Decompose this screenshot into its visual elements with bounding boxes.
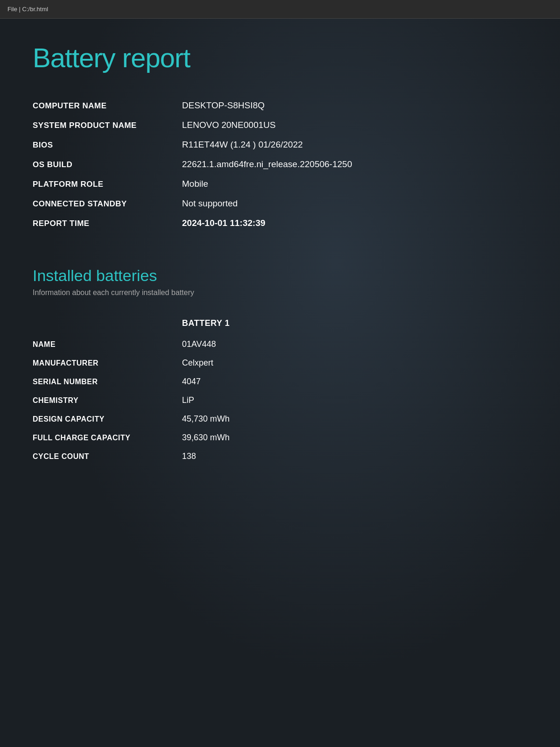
battery-row-label: CHEMISTRY <box>33 395 182 405</box>
info-value: R11ET44W (1.24 ) 01/26/2022 <box>182 140 527 150</box>
battery-row: FULL CHARGE CAPACITY39,630 mWh <box>33 429 527 448</box>
info-value: 22621.1.amd64fre.ni_release.220506-1250 <box>182 159 527 169</box>
battery-row-value: 4047 <box>182 377 201 387</box>
browser-bar-text: File | C:/br.html <box>7 6 48 13</box>
battery-row-value: 39,630 mWh <box>182 433 230 443</box>
info-label: BIOS <box>33 140 182 150</box>
info-row: BIOSR11ET44W (1.24 ) 01/26/2022 <box>33 136 527 155</box>
info-value: Mobile <box>182 179 527 189</box>
info-label: REPORT TIME <box>33 218 182 228</box>
battery-row: CYCLE COUNT138 <box>33 448 527 466</box>
info-value: LENOVO 20NE0001US <box>182 120 527 130</box>
battery-row: CHEMISTRYLiP <box>33 392 527 410</box>
browser-bar: File | C:/br.html <box>0 0 560 19</box>
info-label: SYSTEM PRODUCT NAME <box>33 120 182 130</box>
info-value: DESKTOP-S8HSI8Q <box>182 100 527 111</box>
battery-header-row: BATTERY 1 <box>33 316 527 336</box>
info-label: PLATFORM ROLE <box>33 179 182 189</box>
info-value: 2024-10-01 11:32:39 <box>182 218 527 228</box>
battery-row: NAME01AV448 <box>33 336 527 354</box>
battery-row-value: Celxpert <box>182 358 213 368</box>
battery-row: SERIAL NUMBER4047 <box>33 373 527 392</box>
battery-row: DESIGN CAPACITY45,730 mWh <box>33 410 527 429</box>
installed-batteries-title: Installed batteries <box>33 267 527 285</box>
battery-row-label: FULL CHARGE CAPACITY <box>33 433 182 442</box>
info-row: SYSTEM PRODUCT NAMELENOVO 20NE0001US <box>33 116 527 136</box>
main-content: Battery report COMPUTER NAMEDESKTOP-S8HS… <box>0 19 560 494</box>
battery-row: MANUFACTURERCelxpert <box>33 354 527 373</box>
battery-row-label: DESIGN CAPACITY <box>33 414 182 423</box>
info-row: OS BUILD22621.1.amd64fre.ni_release.2205… <box>33 155 527 175</box>
battery-row-value: 01AV448 <box>182 339 216 349</box>
info-row: COMPUTER NAMEDESKTOP-S8HSI8Q <box>33 97 527 116</box>
battery-row-label: CYCLE COUNT <box>33 451 182 461</box>
battery-row-value: LiP <box>182 395 194 405</box>
installed-batteries-subtitle: Information about each currently install… <box>33 289 527 297</box>
system-info-table: COMPUTER NAMEDESKTOP-S8HSI8QSYSTEM PRODU… <box>33 97 527 234</box>
battery-row-value: 138 <box>182 451 196 461</box>
battery-row-label: MANUFACTURER <box>33 358 182 367</box>
battery-table: BATTERY 1NAME01AV448MANUFACTURERCelxpert… <box>33 316 527 466</box>
info-label: COMPUTER NAME <box>33 100 182 111</box>
info-value: Not supported <box>182 198 527 209</box>
info-label: OS BUILD <box>33 159 182 169</box>
battery-row-label: NAME <box>33 339 182 349</box>
info-row: PLATFORM ROLEMobile <box>33 175 527 195</box>
info-label: CONNECTED STANDBY <box>33 198 182 209</box>
installed-batteries-section: Installed batteries Information about ea… <box>33 267 527 466</box>
battery-row-value: 45,730 mWh <box>182 414 230 424</box>
battery-1-header: BATTERY 1 <box>182 318 230 328</box>
info-row: REPORT TIME2024-10-01 11:32:39 <box>33 214 527 234</box>
battery-row-label: SERIAL NUMBER <box>33 377 182 386</box>
info-row: CONNECTED STANDBYNot supported <box>33 195 527 214</box>
page-title: Battery report <box>33 42 527 73</box>
